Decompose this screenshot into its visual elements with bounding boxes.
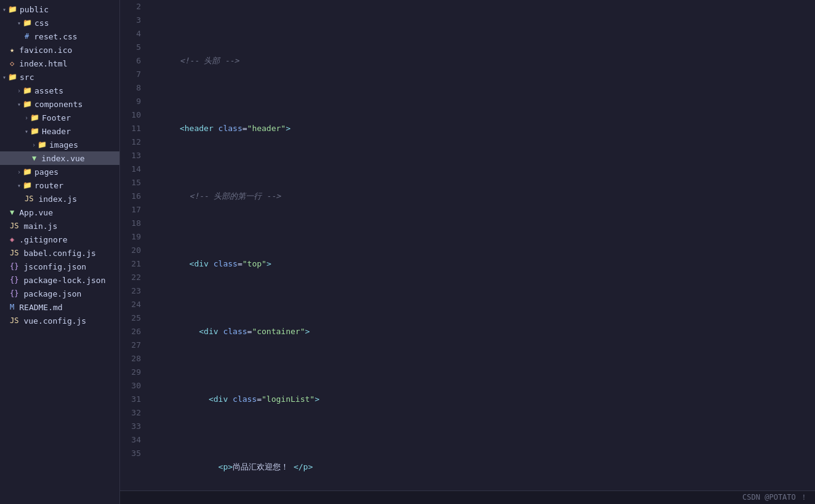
sidebar-item-assets[interactable]: › 📁 assets (0, 84, 119, 97)
star-icon: ★ (10, 46, 14, 54)
code-line: <!-- 头部 --> (151, 54, 815, 68)
file-explorer: ▾ 📁 public ▾ 📁 css # reset.css ★ favicon… (0, 0, 120, 504)
sidebar-item-babel-config[interactable]: JS babel.config.js (0, 246, 119, 260)
code-area[interactable]: 23456 7891011 1213141516 1718192021 2223… (120, 0, 815, 490)
tag-token: > (308, 460, 313, 474)
tag-token: < (151, 122, 185, 135)
code-line: <div class="container"> (151, 325, 815, 338)
sidebar-item-images[interactable]: › 📁 images (0, 138, 119, 151)
arrow-icon: › (17, 169, 21, 175)
code-line: <header class="header"> (151, 122, 815, 135)
json-icon: {} (10, 262, 18, 271)
sidebar-item-gitignore[interactable]: ◈ .gitignore (0, 233, 119, 246)
sidebar-item-reset-css[interactable]: # reset.css (0, 30, 119, 43)
sidebar-item-label: package.json (23, 289, 81, 298)
punct-token: = (243, 122, 247, 135)
text-token: 尚品汇欢迎您！ (233, 460, 289, 474)
js-icon: JS (10, 316, 18, 325)
sidebar-item-router-index[interactable]: JS index.js (0, 192, 119, 206)
sidebar-item-css[interactable]: ▾ 📁 css (0, 16, 119, 30)
folder-icon: 📁 (30, 113, 39, 122)
tag-token: </ (289, 460, 303, 474)
sidebar-item-label: images (49, 140, 78, 150)
attr-token: class (223, 325, 247, 338)
tag-token: > (267, 257, 271, 271)
arrow-icon: › (17, 87, 21, 94)
sidebar-item-main-js[interactable]: JS main.js (0, 219, 119, 233)
sidebar-item-readme[interactable]: M README.md (0, 300, 119, 314)
comment-token: <!-- 头部 --> (151, 54, 239, 68)
sidebar-item-label: index.html (19, 59, 67, 68)
arrow-icon: › (32, 142, 36, 148)
folder-icon: 📁 (8, 73, 17, 81)
text-token (228, 393, 233, 406)
folder-icon: 📁 (23, 167, 32, 176)
arrow-icon: ▾ (2, 6, 6, 13)
tag-token: header (185, 122, 214, 135)
arrow-icon: ▾ (2, 74, 6, 81)
text-token (219, 325, 223, 338)
sidebar-item-src[interactable]: ▾ 📁 src (0, 70, 119, 84)
sidebar-item-package-json[interactable]: {} package.json (0, 287, 119, 300)
attr-token: class (214, 257, 238, 271)
tag-token: div (194, 257, 208, 271)
tag-token: > (228, 460, 233, 474)
tag-token: > (315, 393, 319, 406)
vue-icon: ▼ (32, 154, 36, 162)
arrow-icon: › (25, 114, 28, 121)
sidebar-item-label: babel.config.js (23, 249, 95, 258)
sidebar-item-public[interactable]: ▾ 📁 public (0, 2, 119, 16)
sidebar-item-app-vue[interactable]: ▼ App.vue (0, 206, 119, 219)
status-text: CSDN @POTATO ！ (742, 492, 808, 503)
sidebar-item-vue-config[interactable]: JS vue.config.js (0, 314, 119, 327)
json-icon: {} (10, 276, 18, 284)
punct-token: = (257, 393, 262, 406)
readme-icon: M (10, 303, 14, 311)
string-token: "loginList" (262, 393, 315, 406)
sidebar-item-label: package-lock.json (23, 276, 105, 285)
code-line: <!-- 头部的第一行 --> (151, 190, 815, 203)
editor: 23456 7891011 1213141516 1718192021 2223… (120, 0, 815, 504)
sidebar-item-components[interactable]: ▾ 📁 components (0, 97, 119, 111)
sidebar-item-label: .gitignore (19, 235, 67, 244)
arrow-icon: ▾ (17, 182, 21, 189)
tag-token: < (151, 257, 194, 271)
arrow-icon: ▾ (25, 128, 28, 135)
tag-token: > (286, 122, 291, 135)
tag-token: < (151, 325, 204, 338)
sidebar-item-label: index.js (38, 194, 77, 204)
folder-icon: 📁 (23, 181, 32, 190)
git-icon: ◈ (10, 235, 14, 244)
sidebar-item-favicon[interactable]: ★ favicon.ico (0, 43, 119, 57)
attr-token: class (219, 122, 243, 135)
arrow-icon: ▾ (17, 20, 21, 26)
string-token: "top" (243, 257, 267, 271)
sidebar-item-label: vue.config.js (23, 316, 86, 326)
sidebar-item-index-vue[interactable]: ▼ index.vue (0, 151, 119, 165)
code-line: <div class="loginList"> (151, 393, 815, 406)
sidebar-item-label: assets (34, 86, 63, 95)
folder-icon: 📁 (38, 140, 47, 149)
sidebar-item-router[interactable]: ▾ 📁 router (0, 178, 119, 192)
sidebar-item-jsconfig[interactable]: {} jsconfig.json (0, 260, 119, 273)
code-editor[interactable]: <!-- 头部 --> <header class="header"> <!--… (146, 0, 815, 490)
tag-token: < (151, 393, 214, 406)
punct-token: = (238, 257, 243, 271)
sidebar-item-footer[interactable]: › 📁 Footer (0, 111, 119, 124)
sidebar-item-pages[interactable]: › 📁 pages (0, 165, 119, 178)
text-token (214, 122, 219, 135)
code-line: <div class="top"> (151, 257, 815, 271)
folder-icon: 📁 (8, 5, 17, 14)
line-numbers: 23456 7891011 1213141516 1718192021 2223… (120, 0, 146, 490)
folder-icon: 📁 (23, 18, 32, 27)
sidebar-item-package-lock[interactable]: {} package-lock.json (0, 273, 119, 287)
json-icon: {} (10, 289, 18, 298)
sidebar-item-index-html[interactable]: ◇ index.html (0, 57, 119, 70)
tag-token: > (305, 325, 310, 338)
sidebar-item-label: components (34, 100, 82, 109)
tag-token: < (151, 460, 223, 474)
sidebar-item-header[interactable]: ▾ 📁 Header (0, 124, 119, 138)
sidebar-item-label: public (20, 5, 49, 14)
tag-token: p (223, 460, 228, 474)
sidebar-item-label: Header (42, 127, 71, 136)
